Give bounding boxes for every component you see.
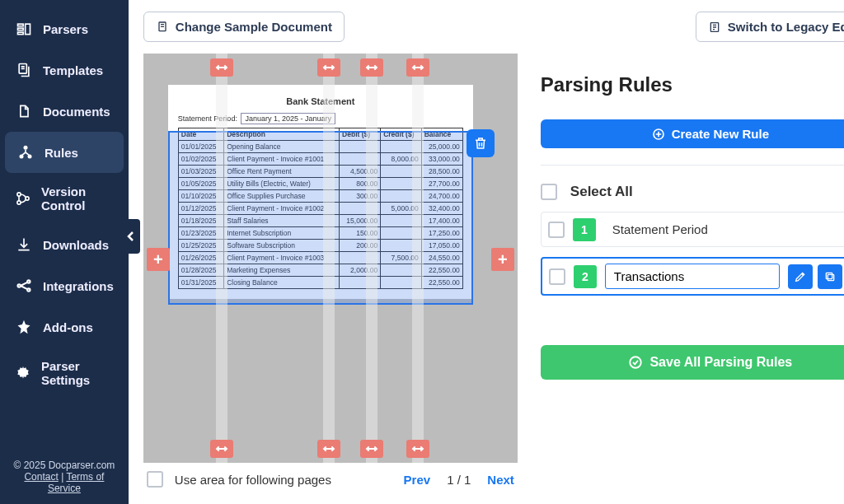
- version-control-icon: [15, 189, 31, 208]
- rule-row[interactable]: 2: [541, 257, 844, 296]
- sidebar-item-parser-settings[interactable]: Parser Settings: [0, 348, 129, 399]
- document-canvas: Bank Statement Statement Period: January…: [143, 54, 518, 463]
- sidebar-item-label: Rules: [45, 146, 78, 160]
- sidebar-item-label: Parser Settings: [41, 359, 114, 387]
- sidebar-item-label: Documents: [43, 105, 110, 119]
- contact-link[interactable]: Contact: [24, 471, 58, 483]
- templates-icon: [15, 61, 33, 79]
- add-column-left-button[interactable]: +: [147, 248, 170, 271]
- duplicate-rule-button[interactable]: [818, 264, 842, 289]
- column-guide[interactable]: [412, 54, 424, 463]
- divider: [541, 165, 844, 166]
- collapse-sidebar-button[interactable]: [122, 219, 140, 254]
- svg-rect-3: [26, 24, 30, 34]
- document-swap-icon: [156, 21, 169, 34]
- svg-point-9: [17, 201, 21, 204]
- period-value: January 1, 2025 - January: [241, 113, 335, 124]
- column-grip[interactable]: [406, 58, 429, 77]
- create-new-rule-button[interactable]: Create New Rule: [541, 119, 844, 148]
- check-circle-icon: [628, 355, 643, 370]
- sidebar-item-label: Add-ons: [43, 320, 93, 334]
- column-guide[interactable]: [323, 54, 335, 463]
- svg-rect-1: [18, 28, 24, 30]
- column-guide[interactable]: [366, 54, 377, 463]
- svg-rect-18: [826, 273, 832, 278]
- table-selection-box[interactable]: [168, 131, 473, 305]
- parsers-icon: [15, 20, 33, 38]
- sidebar-item-documents[interactable]: Documents: [0, 91, 129, 132]
- column-guide[interactable]: [216, 54, 227, 463]
- svg-point-13: [27, 288, 30, 291]
- page-indicator: 1 / 1: [447, 473, 471, 487]
- column-grip[interactable]: [317, 58, 340, 77]
- plus-icon: [652, 128, 665, 141]
- sidebar-item-downloads[interactable]: Downloads: [0, 224, 129, 265]
- svg-point-8: [17, 193, 21, 196]
- sidebar-item-label: Templates: [43, 63, 103, 77]
- sidebar-item-label: Integrations: [43, 279, 114, 293]
- create-rule-label: Create New Rule: [672, 127, 769, 141]
- settings-icon: [15, 364, 31, 382]
- sidebar-item-integrations[interactable]: Integrations: [0, 265, 129, 306]
- addons-icon: [15, 318, 33, 336]
- use-area-checkbox[interactable]: [147, 471, 163, 488]
- change-sample-document-button[interactable]: Change Sample Document: [143, 12, 345, 42]
- select-all-checkbox[interactable]: [541, 184, 557, 200]
- sidebar-item-add-ons[interactable]: Add-ons: [0, 306, 129, 348]
- period-label: Statement Period:: [178, 114, 237, 123]
- copyright: © 2025 Docparser.com: [10, 460, 119, 471]
- rule-label: Statement Period: [604, 217, 844, 241]
- rule-number: 2: [574, 265, 597, 288]
- switch-legacy-label: Switch to Legacy Editor: [728, 20, 844, 34]
- rule-number: 1: [573, 218, 596, 241]
- change-doc-label: Change Sample Document: [176, 20, 332, 34]
- column-grip[interactable]: [317, 440, 340, 458]
- column-grip[interactable]: [360, 440, 383, 458]
- column-grip[interactable]: [210, 58, 233, 77]
- rules-icon: [16, 143, 35, 161]
- svg-point-5: [24, 146, 28, 150]
- save-all-parsing-rules-button[interactable]: Save All Parsing Rules: [541, 345, 844, 380]
- sidebar-item-label: Parsers: [43, 22, 88, 36]
- sidebar-item-parsers[interactable]: Parsers: [0, 8, 129, 49]
- parsing-rules-title: Parsing Rules: [541, 73, 844, 96]
- sidebar-item-label: Downloads: [43, 238, 109, 252]
- svg-rect-17: [828, 274, 833, 280]
- integrations-icon: [15, 277, 33, 295]
- svg-point-12: [27, 280, 30, 282]
- rule-checkbox[interactable]: [548, 222, 565, 238]
- sidebar-footer: © 2025 Docparser.com Contact | Terms of …: [0, 450, 129, 504]
- sidebar-item-label: Version Control: [41, 184, 114, 212]
- edit-rule-button[interactable]: [788, 264, 813, 289]
- svg-rect-2: [18, 32, 24, 34]
- downloads-icon: [15, 236, 33, 254]
- sidebar-item-templates[interactable]: Templates: [0, 49, 129, 91]
- swap-icon: [708, 21, 721, 34]
- column-grip[interactable]: [210, 440, 233, 458]
- rule-row[interactable]: 1 Statement Period: [541, 212, 844, 247]
- prev-page-button[interactable]: Prev: [404, 473, 431, 487]
- rule-checkbox[interactable]: [549, 268, 565, 285]
- column-grip[interactable]: [360, 58, 383, 77]
- sidebar-item-rules[interactable]: Rules: [5, 132, 124, 173]
- save-all-label: Save All Parsing Rules: [649, 355, 792, 370]
- add-column-right-button[interactable]: +: [491, 248, 514, 271]
- column-grip[interactable]: [406, 440, 429, 458]
- switch-legacy-editor-button[interactable]: Switch to Legacy Editor: [696, 12, 844, 42]
- svg-rect-0: [18, 24, 24, 26]
- rule-name-input[interactable]: [605, 264, 780, 289]
- sidebar: Parsers Templates Documents Rules Versio…: [0, 0, 129, 504]
- sidebar-item-version-control[interactable]: Version Control: [0, 173, 129, 224]
- select-all-label: Select All: [570, 184, 633, 200]
- use-area-label: Use area for following pages: [175, 473, 331, 487]
- delete-selection-button[interactable]: [467, 129, 495, 157]
- documents-icon: [15, 102, 33, 120]
- svg-point-11: [18, 284, 21, 287]
- next-page-button[interactable]: Next: [487, 473, 514, 487]
